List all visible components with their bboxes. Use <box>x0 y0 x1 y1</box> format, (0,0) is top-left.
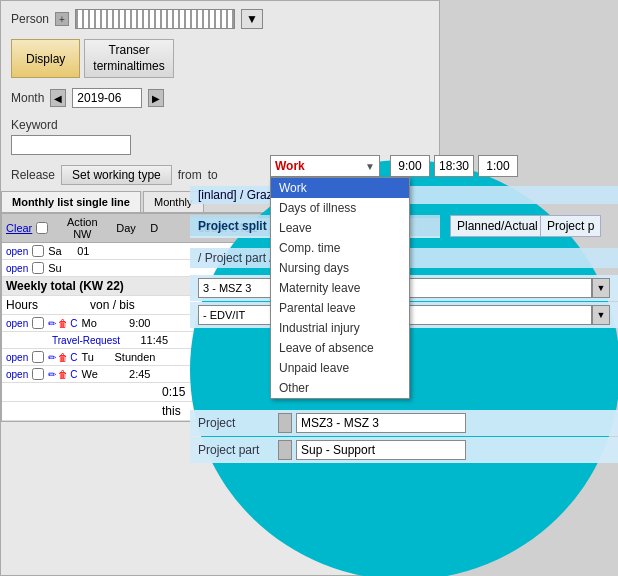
dropdown-item-comp[interactable]: Comp. time <box>271 238 409 258</box>
chevron-down-icon: ▼ <box>246 12 258 26</box>
keyword-input[interactable] <box>11 135 131 155</box>
day-column-header: Day <box>116 222 146 234</box>
transfer-button[interactable]: Transer terminaltimes <box>84 39 173 78</box>
dropdown-item-industrial[interactable]: Industrial injury <box>271 318 409 338</box>
open-link[interactable]: open <box>6 369 28 380</box>
tab-monthly-single[interactable]: Monthly list single line <box>1 191 141 212</box>
project-split-label: Project split <box>198 219 267 233</box>
row-icons: ✏ 🗑 C <box>48 369 77 380</box>
weekly-total-label: Weekly total (KW 22) <box>6 279 124 293</box>
edit-icon[interactable]: ✏ <box>48 352 56 363</box>
d-column-header: D <box>150 222 170 234</box>
dropdown-item-other[interactable]: Other <box>271 378 409 398</box>
delete-icon[interactable]: 🗑 <box>58 352 68 363</box>
dropdown-item-illness[interactable]: Days of illness <box>271 198 409 218</box>
next-month-button[interactable]: ▶ <box>148 89 164 107</box>
copy-icon[interactable]: C <box>70 318 77 329</box>
open-link[interactable]: open <box>6 263 28 274</box>
dropdown-arrow-2[interactable]: ▼ <box>592 305 610 325</box>
transfer-line1: Transer <box>109 43 150 57</box>
person-plus-button[interactable]: + <box>55 12 69 26</box>
hours-label: Hours <box>6 298 86 312</box>
row-time: 2:45 <box>110 368 150 380</box>
von-bis-label: von / bis <box>90 298 135 312</box>
work-dropdown-list: Work Days of illness Leave Comp. time Nu… <box>270 177 410 399</box>
chevron-down-icon: ▼ <box>365 161 375 172</box>
row-checkbox[interactable] <box>32 351 44 363</box>
project-icon <box>278 413 292 433</box>
edit-icon[interactable]: ✏ <box>48 369 56 380</box>
to-label: to <box>208 168 218 182</box>
project-part-icon <box>278 440 292 460</box>
person-dropdown[interactable]: ▼ <box>241 9 263 29</box>
row-day: Mo <box>81 317 106 329</box>
row-date: 01 <box>77 245 102 257</box>
time-value: 0:15 <box>162 385 185 399</box>
row-day: Su <box>48 262 73 274</box>
clear-button[interactable]: Clear <box>6 222 32 234</box>
from-time-input[interactable] <box>390 155 430 177</box>
work-dropdown-area: Work ▼ Work Days of illness Leave Comp. … <box>270 155 380 177</box>
from-label: from <box>178 168 202 182</box>
action-column-header: ActionNW <box>52 216 112 240</box>
open-link[interactable]: open <box>6 318 28 329</box>
project-part-field-label: Project part <box>198 443 278 457</box>
row-checkbox[interactable] <box>32 262 44 274</box>
person-label: Person <box>11 12 49 26</box>
buttons-row: Display Transer terminaltimes <box>1 37 439 84</box>
project-part-field-row: Project part <box>190 437 618 463</box>
header-checkbox[interactable] <box>36 222 48 234</box>
dropdown-arrow-1[interactable]: ▼ <box>592 278 610 298</box>
to-time-input[interactable] <box>434 155 474 177</box>
keyword-label: Keyword <box>11 118 429 132</box>
row-day: Sa <box>48 245 73 257</box>
copy-icon[interactable]: C <box>70 369 77 380</box>
dropdown-item-leave[interactable]: Leave <box>271 218 409 238</box>
row-checkbox[interactable] <box>32 368 44 380</box>
project-part-button[interactable]: Project p <box>540 215 601 237</box>
dropdown-item-work[interactable]: Work <box>271 178 409 198</box>
month-input[interactable] <box>72 88 142 108</box>
project-part-label: Project p <box>547 219 594 233</box>
dropdown-item-unpaid[interactable]: Unpaid leave <box>271 358 409 378</box>
stunden-label: Stunden <box>114 351 155 363</box>
transfer-line2: terminaltimes <box>93 59 164 73</box>
row-icons: ✏ 🗑 C <box>48 318 77 329</box>
edit-icon[interactable]: ✏ <box>48 318 56 329</box>
dropdown-item-nursing[interactable]: Nursing days <box>271 258 409 278</box>
project-value-input[interactable] <box>296 413 466 433</box>
set-working-type-button[interactable]: Set working type <box>61 165 172 185</box>
this-label: this <box>162 404 181 418</box>
display-button[interactable]: Display <box>11 39 80 78</box>
person-input[interactable] <box>75 9 235 29</box>
row-checkbox[interactable] <box>32 245 44 257</box>
person-row: Person + ▼ <box>1 1 439 37</box>
row-icons: ✏ 🗑 C <box>48 352 77 363</box>
keyword-row: Keyword <box>1 112 439 161</box>
work-select-bar[interactable]: Work ▼ <box>270 155 380 177</box>
delete-icon[interactable]: 🗑 <box>58 369 68 380</box>
month-label: Month <box>11 91 44 105</box>
dropdown-item-parental[interactable]: Parental leave <box>271 298 409 318</box>
dropdown-item-maternity[interactable]: Maternity leave <box>271 278 409 298</box>
travel-request-link[interactable]: Travel-Request <box>52 335 120 346</box>
row-time2: 11:45 <box>128 334 168 346</box>
work-selected-value: Work <box>275 159 365 173</box>
row-checkbox[interactable] <box>32 317 44 329</box>
time-fields <box>390 155 518 177</box>
copy-icon[interactable]: C <box>70 352 77 363</box>
month-row: Month ◀ ▶ <box>1 84 439 112</box>
project-field-label: Project <box>198 416 278 430</box>
row-time: 9:00 <box>110 317 150 329</box>
row-day: We <box>81 368 106 380</box>
prev-month-button[interactable]: ◀ <box>50 89 66 107</box>
dropdown-item-absence[interactable]: Leave of absence <box>271 338 409 358</box>
delete-icon[interactable]: 🗑 <box>58 318 68 329</box>
project-field-row: Project <box>190 410 618 436</box>
open-link[interactable]: open <box>6 246 28 257</box>
row-day: Tu <box>81 351 106 363</box>
release-label: Release <box>11 168 55 182</box>
open-link[interactable]: open <box>6 352 28 363</box>
project-part-value-input[interactable] <box>296 440 466 460</box>
duration-input[interactable] <box>478 155 518 177</box>
